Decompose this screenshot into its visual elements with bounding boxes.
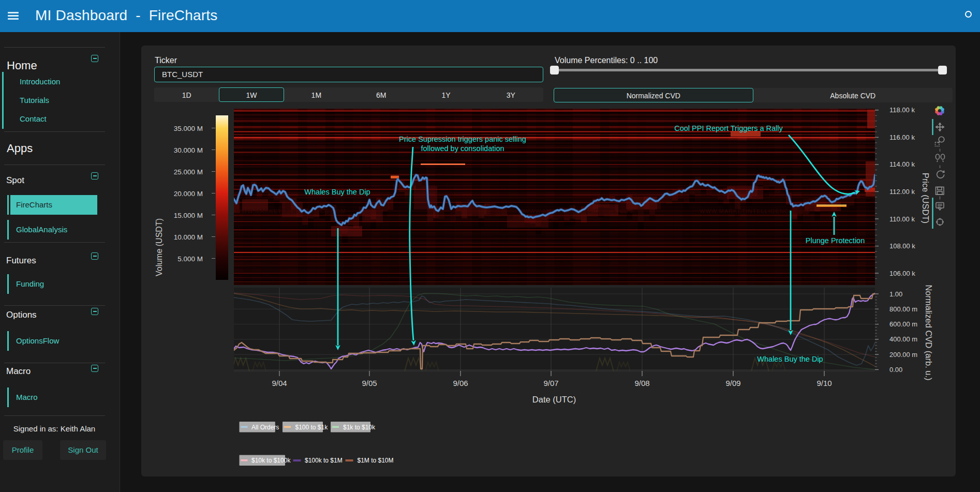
svg-text:200.00 m: 200.00 m — [889, 351, 917, 359]
svg-text:followed by consolidation: followed by consolidation — [421, 144, 504, 153]
svg-text:Price (USDT): Price (USDT) — [921, 173, 930, 223]
svg-text:0.00: 0.00 — [889, 366, 902, 374]
svg-text:Cool PPI Report Triggers a Ral: Cool PPI Report Triggers a Rally — [674, 124, 783, 132]
svg-text:$1M to $10M: $1M to $10M — [358, 457, 394, 464]
svg-text:35.000 M: 35.000 M — [174, 125, 203, 132]
svg-text:800.00 m: 800.00 m — [889, 305, 917, 313]
svg-text:600.00 m: 600.00 m — [889, 320, 917, 328]
svg-text:20.000 M: 20.000 M — [174, 190, 203, 198]
svg-text:9/07: 9/07 — [543, 379, 558, 387]
svg-text:$1k to $10k: $1k to $10k — [343, 424, 376, 431]
svg-text:WWW.MARKETINTELLIGENCE.COM: WWW.MARKETINTELLIGENCE.COM — [700, 208, 810, 214]
svg-text:Whales Buy the Dip: Whales Buy the Dip — [757, 355, 823, 363]
svg-text:118.00 k: 118.00 k — [889, 106, 915, 114]
svg-text:110.00 k: 110.00 k — [889, 215, 915, 223]
svg-text:Volume (USDT): Volume (USDT) — [155, 218, 164, 276]
svg-text:WWW.MARKETINTELLIGENCE.COM: WWW.MARKETINTELLIGENCE.COM — [235, 208, 346, 214]
svg-text:1.00: 1.00 — [889, 290, 902, 298]
svg-text:Normalized CVD (arb. u.): Normalized CVD (arb. u.) — [924, 285, 933, 380]
svg-text:$100 to $1k: $100 to $1k — [295, 424, 329, 431]
svg-text:$100k to $1M: $100k to $1M — [305, 457, 343, 464]
svg-text:Plunge Protection: Plunge Protection — [806, 236, 865, 245]
svg-text:9/09: 9/09 — [725, 379, 740, 387]
svg-text:9/08: 9/08 — [634, 379, 649, 387]
svg-text:9/06: 9/06 — [453, 379, 468, 387]
svg-text:112.00 k: 112.00 k — [889, 188, 915, 196]
svg-text:9/04: 9/04 — [272, 379, 287, 387]
svg-text:Date (UTC): Date (UTC) — [532, 395, 576, 404]
svg-text:400.00 m: 400.00 m — [889, 335, 917, 343]
svg-text:106.00 k: 106.00 k — [889, 270, 915, 277]
svg-text:25.000 M: 25.000 M — [174, 168, 203, 176]
svg-text:116.00 k: 116.00 k — [889, 133, 915, 141]
svg-text:15.000 M: 15.000 M — [174, 212, 203, 219]
svg-text:9/05: 9/05 — [362, 379, 377, 387]
svg-text:$10k to $100k: $10k to $100k — [251, 457, 291, 464]
svg-text:10.000 M: 10.000 M — [174, 233, 203, 241]
svg-text:114.00 k: 114.00 k — [889, 160, 915, 168]
svg-text:108.00 k: 108.00 k — [889, 242, 915, 250]
svg-text:5.000 M: 5.000 M — [177, 255, 203, 263]
svg-text:Whales Buy the Dip: Whales Buy the Dip — [304, 188, 370, 196]
svg-text:30.000 M: 30.000 M — [174, 146, 203, 154]
svg-text:9/10: 9/10 — [816, 379, 831, 387]
svg-text:Price Supression triggers pani: Price Supression triggers panic selling — [399, 135, 526, 143]
svg-text:All Orders: All Orders — [251, 424, 279, 431]
